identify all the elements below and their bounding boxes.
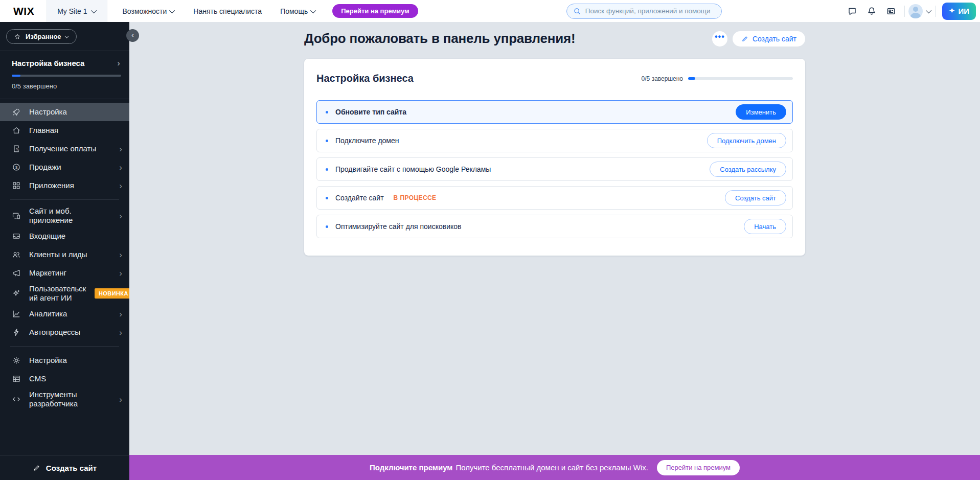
task-action-button[interactable]: Подключить домен [707, 133, 786, 148]
sidebar-item-payments[interactable]: $ Получение оплаты › [0, 140, 129, 158]
nav-features[interactable]: Возможности [123, 7, 175, 15]
create-site-label: Создать сайт [753, 35, 796, 43]
task-label: Создайте сайт [335, 194, 384, 202]
sidebar-item-label: Инструменты разработчика [29, 388, 86, 410]
megaphone-icon [12, 268, 21, 278]
create-site-button[interactable]: Создать сайт [733, 31, 805, 47]
new-badge: НОВИНКА [95, 288, 129, 299]
create-site-button[interactable]: Создать сайт [0, 455, 129, 480]
divider [935, 6, 936, 17]
sidebar-item-home[interactable]: Главная › [0, 121, 129, 140]
sparkle-icon: ✦ [949, 7, 955, 14]
sidebar-item-label: Главная [29, 124, 122, 136]
chevron-down-icon [926, 7, 931, 13]
sidebar-item-apps[interactable]: Приложения › [0, 176, 129, 195]
task-row[interactable]: Создайте сайт В ПРОЦЕССЕ Создать сайт [316, 186, 793, 210]
task-label: Продвигайте сайт с помощью Google Реклам… [335, 165, 491, 173]
sidebar-item-settings[interactable]: Настройка › [0, 351, 129, 370]
upgrade-premium-button[interactable]: Перейти на премиум [332, 4, 418, 18]
wix-logo[interactable]: WIX [0, 5, 47, 17]
sidebar-menu: Настройка › Главная › $ Получение оплаты… [0, 99, 129, 455]
ai-assistant-button[interactable]: ✦ ИИ [942, 3, 976, 20]
site-switcher[interactable]: My Site 1 [47, 0, 107, 22]
task-row[interactable]: Продвигайте сайт с помощью Google Реклам… [316, 157, 793, 181]
more-actions-button[interactable]: ••• [712, 31, 727, 47]
sidebar-item-contacts[interactable]: Клиенты и лиды › [0, 245, 129, 264]
chevron-down-icon [169, 7, 175, 13]
page-title: Добро пожаловать в панель управления! [304, 31, 575, 47]
divider [904, 6, 905, 17]
task-label: Обновите тип сайта [335, 108, 406, 116]
rocket-icon [12, 107, 21, 117]
sidebar-item-inbox[interactable]: Входящие › [0, 227, 129, 245]
chevron-right-icon: › [117, 59, 120, 67]
favorites-dropdown[interactable]: Избранное [6, 29, 77, 44]
banner-text: Получите бесплатный домен и сайт без рек… [455, 463, 648, 472]
sidebar-item-automations[interactable]: Автопроцессы › [0, 323, 129, 341]
task-action-button[interactable]: Создать рассылку [710, 162, 786, 177]
search-bar[interactable] [566, 4, 722, 19]
upgrade-premium-button[interactable]: Перейти на премиум [657, 460, 740, 475]
nav-help[interactable]: Помощь [280, 7, 316, 15]
sidebar-item-cms[interactable]: CMS › [0, 370, 129, 388]
search-input[interactable] [585, 7, 715, 15]
card-progress-bar [688, 77, 793, 80]
sidebar-item-label: Входящие [29, 230, 122, 242]
task-action-button[interactable]: Начать [744, 219, 786, 234]
account-menu[interactable] [908, 4, 931, 18]
chevron-right-icon: › [119, 269, 122, 278]
divider [10, 346, 119, 347]
sidebar-item-label: CMS [29, 373, 122, 385]
chat-icon[interactable] [842, 3, 862, 20]
sidebar-item-sales[interactable]: $ Продажи › [0, 158, 129, 176]
setup-widget-title: Настройка бизнеса [12, 59, 84, 67]
task-action-button[interactable]: Создать сайт [725, 190, 786, 205]
sidebar-item-label: Аналитика [29, 308, 111, 320]
star-icon [14, 33, 21, 40]
sidebar-item-dev-tools[interactable]: Инструменты разработчика › [0, 388, 129, 410]
sidebar-item-site-mobile[interactable]: Сайт и моб. приложение › [0, 204, 129, 227]
sidebar-collapse-button[interactable]: ‹ [126, 29, 139, 42]
sidebar-item-label: Клиенты и лиды [29, 248, 111, 261]
sidebar-item-analytics[interactable]: Аналитика › [0, 305, 129, 323]
home-icon [12, 126, 21, 135]
chevron-right-icon: › [119, 250, 122, 259]
task-row[interactable]: Обновите тип сайта Изменить [316, 100, 793, 124]
task-label: Подключите домен [335, 136, 399, 145]
bell-icon[interactable] [862, 3, 881, 20]
setup-progress-bar [12, 75, 121, 77]
chevron-right-icon: › [119, 328, 122, 337]
sidebar-item-setup[interactable]: Настройка › [0, 103, 129, 121]
task-row[interactable]: Оптимизируйте сайт для поисковиков Начат… [316, 215, 793, 238]
sidebar-item-label: Пользовательский агент ИИ [29, 283, 86, 304]
apps-icon [12, 181, 21, 190]
bolt-icon [12, 328, 21, 337]
chevron-right-icon: › [119, 181, 122, 190]
task-action-button[interactable]: Изменить [736, 104, 786, 120]
task-status-tag: В ПРОЦЕССЕ [394, 194, 437, 201]
task-list: Обновите тип сайта Изменить Подключите д… [316, 100, 793, 238]
sidebar-item-ai-agent[interactable]: Пользовательский агент ИИ НОВИНКА › [0, 282, 129, 305]
task-row[interactable]: Подключите домен Подключить домен [316, 129, 793, 152]
ai-button-label: ИИ [958, 7, 969, 15]
updates-icon[interactable] [881, 3, 901, 20]
chevron-right-icon: › [119, 310, 122, 318]
nav-hire-professional[interactable]: Нанять специалиста [193, 7, 262, 15]
sidebar-item-marketing[interactable]: Маркетинг › [0, 264, 129, 282]
topbar-icons: ✦ ИИ [842, 3, 980, 20]
favorites-label: Избранное [26, 33, 61, 40]
nav-label: Помощь [280, 7, 308, 15]
premium-banner: Подключите премиум Получите бесплатный д… [129, 455, 980, 480]
sidebar-item-label: Автопроцессы [29, 326, 111, 338]
people-icon [12, 250, 21, 259]
setup-progress-label: 0/5 завершено [12, 82, 121, 90]
bullet-icon [326, 168, 328, 171]
chevron-down-icon [310, 7, 316, 13]
business-setup-widget[interactable]: Настройка бизнеса › 0/5 завершено [0, 51, 129, 99]
dollar-circle-icon: $ [12, 163, 21, 172]
nav-label: Возможности [123, 7, 167, 15]
topbar: WIX My Site 1 Возможности Нанять специал… [0, 0, 980, 22]
chart-icon [12, 309, 21, 318]
code-icon [12, 395, 21, 404]
svg-text:$: $ [15, 165, 18, 170]
